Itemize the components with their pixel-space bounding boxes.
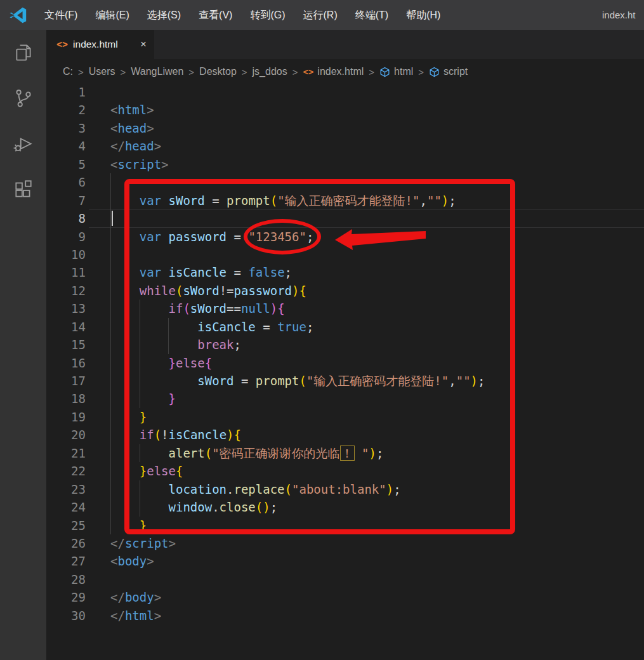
breadcrumb-separator-icon: >	[78, 67, 84, 77]
vscode-logo-icon	[9, 6, 28, 25]
code-token: head	[117, 121, 147, 135]
breadcrumb-separator-icon: >	[121, 67, 126, 77]
line-number: 12	[46, 282, 86, 300]
activity-bar	[0, 30, 46, 660]
code-line-1[interactable]: 1	[46, 83, 644, 101]
menu-item-7[interactable]: 帮助(H)	[397, 0, 449, 30]
line-number: 4	[46, 137, 86, 155]
line-number: 3	[46, 119, 86, 137]
indent-guide	[110, 173, 111, 534]
menu-item-2[interactable]: 选择(S)	[138, 0, 190, 30]
code-token: head	[125, 139, 154, 153]
line-number: 27	[46, 552, 86, 570]
code-line-28[interactable]: 28	[46, 571, 644, 588]
text-cursor	[112, 211, 113, 226]
breadcrumb-item-wangliwen[interactable]: WangLiwen	[131, 66, 183, 77]
line-text: </script>	[110, 534, 176, 552]
code-token: <	[110, 121, 117, 135]
code-token: script	[125, 536, 169, 550]
line-number: 16	[46, 354, 86, 372]
breadcrumb-separator-icon: >	[369, 67, 374, 77]
code-line-4[interactable]: 4</head>	[46, 137, 644, 155]
line-number: 2	[46, 101, 86, 119]
html-file-icon: <>	[56, 39, 68, 50]
code-token: </	[110, 590, 125, 604]
line-number: 10	[46, 246, 86, 263]
line-number: 29	[46, 588, 86, 606]
code-token: >	[147, 554, 154, 568]
menu-item-0[interactable]: 文件(F)	[36, 0, 86, 30]
source-control-icon[interactable]	[0, 76, 46, 121]
tab-bar: <> index.html ×	[46, 30, 644, 59]
tab-index-html[interactable]: <> index.html ×	[46, 30, 154, 59]
line-number: 23	[46, 480, 86, 498]
menu-item-1[interactable]: 编辑(E)	[86, 0, 138, 30]
window-title: index.ht	[602, 0, 644, 30]
breadcrumb: C:>Users>WangLiwen>Desktop>js_ddos><>ind…	[46, 59, 644, 84]
line-number: 20	[46, 426, 86, 444]
code-token: >	[161, 157, 168, 171]
tab-close-icon[interactable]: ×	[140, 38, 147, 51]
code-line-30[interactable]: 30</html>	[46, 607, 644, 624]
code-token: </	[110, 609, 125, 623]
breadcrumb-separator-icon: >	[242, 67, 247, 77]
code-token: >	[169, 536, 176, 550]
breadcrumb-separator-icon: >	[188, 67, 194, 77]
code-token: >	[154, 590, 161, 604]
code-token: body	[117, 554, 147, 568]
code-line-5[interactable]: 5<script>	[46, 155, 644, 173]
line-number: 30	[46, 607, 86, 624]
code-token: html	[125, 609, 154, 623]
line-number: 25	[46, 517, 86, 534]
tab-label: index.html	[73, 39, 118, 50]
line-number: 6	[46, 173, 86, 191]
breadcrumb-item-script[interactable]: script	[429, 66, 468, 77]
title-bar: 文件(F)编辑(E)选择(S)查看(V)转到(G)运行(R)终端(T)帮助(H)…	[0, 0, 644, 30]
code-token: >	[147, 121, 154, 135]
code-token: html	[117, 103, 147, 117]
explorer-icon[interactable]	[0, 30, 46, 76]
breadcrumb-item-c[interactable]: C:	[63, 66, 73, 77]
line-text: <script>	[110, 155, 169, 173]
breadcrumb-item-html[interactable]: html	[379, 66, 413, 77]
line-number: 28	[46, 571, 86, 588]
line-text: <head>	[110, 119, 154, 137]
menu-item-4[interactable]: 转到(G)	[241, 0, 294, 30]
line-number: 18	[46, 390, 86, 407]
breadcrumb-label: index.html	[317, 66, 364, 77]
code-token: script	[117, 157, 161, 171]
line-number: 7	[46, 192, 86, 209]
line-number: 8	[46, 209, 86, 227]
line-text: </head>	[110, 137, 161, 155]
breadcrumb-label: C:	[63, 66, 73, 77]
breadcrumb-item-users[interactable]: Users	[89, 66, 115, 77]
line-number: 9	[46, 228, 86, 246]
code-line-26[interactable]: 26</script>	[46, 534, 644, 552]
code-line-3[interactable]: 3<head>	[46, 119, 644, 137]
code-line-29[interactable]: 29</body>	[46, 588, 644, 606]
code-token: <	[110, 157, 117, 171]
code-token: >	[147, 103, 154, 117]
code-line-2[interactable]: 2<html>	[46, 101, 644, 119]
menu-item-3[interactable]: 查看(V)	[190, 0, 241, 30]
line-number: 22	[46, 462, 86, 480]
extensions-icon[interactable]	[0, 167, 46, 213]
line-number: 21	[46, 444, 86, 462]
run-debug-icon[interactable]	[0, 121, 46, 167]
line-number: 19	[46, 408, 86, 426]
breadcrumb-item-jsddos[interactable]: js_ddos	[253, 66, 287, 77]
line-number: 1	[46, 83, 86, 101]
breadcrumb-item-desktop[interactable]: Desktop	[199, 66, 237, 77]
line-text: <body>	[110, 552, 154, 570]
breadcrumb-item-indexhtml[interactable]: <>index.html	[303, 66, 364, 77]
line-text: <html>	[110, 101, 154, 119]
code-line-27[interactable]: 27<body>	[46, 552, 644, 570]
line-text: </html>	[110, 607, 161, 624]
menu-bar: 文件(F)编辑(E)选择(S)查看(V)转到(G)运行(R)终端(T)帮助(H)	[36, 0, 449, 30]
menu-item-5[interactable]: 运行(R)	[294, 0, 346, 30]
code-token: body	[125, 590, 154, 604]
menu-item-6[interactable]: 终端(T)	[346, 0, 397, 30]
code-token: >	[154, 609, 161, 623]
code-token: </	[110, 536, 125, 550]
breadcrumb-label: html	[394, 66, 413, 77]
